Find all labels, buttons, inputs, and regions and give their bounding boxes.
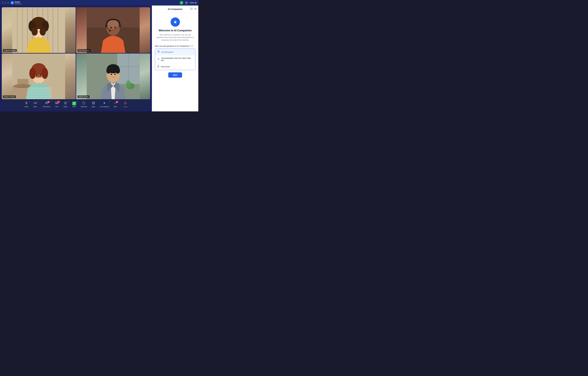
svg-point-55 (126, 81, 131, 88)
svg-point-73 (64, 102, 67, 104)
ai-panel-actions (190, 8, 197, 10)
option-all-from-join-label: All participants only from when they joi… (161, 57, 193, 61)
video-tile-rafael: Rafael Duarte (76, 53, 150, 99)
video-arrow: ▲ (37, 101, 39, 102)
ai-sparkle-icon (103, 101, 106, 105)
ai-logo (171, 17, 180, 27)
svg-point-17 (36, 28, 37, 30)
svg-rect-79 (94, 103, 95, 104)
option-all-from-join[interactable]: All participants only from when they joi… (155, 55, 195, 63)
participants-arrow: ▲ (50, 101, 52, 102)
svg-point-28 (109, 30, 111, 32)
ai-question-text: Who can ask questions to AI Companion? (155, 45, 190, 47)
ai-welcome-title: Welcome to AI Companion (159, 29, 192, 32)
video-area: Angelica Brooks (0, 6, 152, 111)
traffic-light-maximize[interactable] (7, 2, 9, 4)
leave-button[interactable]: Leave (121, 99, 130, 110)
react-label: React (64, 106, 67, 107)
info-icon[interactable]: i (191, 45, 193, 47)
participant-video-angelica (2, 7, 76, 53)
more-button[interactable]: 2 More (111, 99, 120, 110)
ai-panel-title: AI Companion (168, 8, 183, 10)
participant-name-sasha: Sasha Lehman (3, 95, 16, 98)
react-icon (64, 101, 67, 105)
title-bar: Zoom Workplace ✓ ✦ Views ⊞ (0, 0, 198, 6)
video-button[interactable]: ▲ Video (31, 99, 40, 110)
participants-button[interactable]: 3 ▲ Participants (41, 99, 53, 110)
start-button[interactable]: Start (168, 72, 182, 78)
audio-button[interactable]: ▲ Audio (22, 99, 31, 110)
all-participants-icon (157, 51, 160, 53)
permission-options-list: All participants All participants only f… (155, 49, 195, 70)
more-label: More (114, 106, 117, 107)
svg-point-80 (114, 103, 115, 103)
host-tools-label: Host tools (81, 106, 87, 107)
chat-label: Chat (55, 106, 58, 107)
svg-point-30 (114, 27, 116, 28)
ai-companion-button[interactable]: ▲ AI Companion (98, 99, 111, 110)
shield-host-icon (82, 101, 85, 105)
ai-panel-body: Welcome to AI Companion After starting A… (152, 13, 198, 111)
ai-panel-close-button[interactable] (194, 8, 197, 10)
host-tools-button[interactable]: Host tools (79, 99, 89, 110)
ai-companion-arrow: ▲ (109, 101, 110, 102)
main-content: Angelica Brooks (0, 6, 198, 111)
ai-question-label: Who can ask questions to AI Companion? i (155, 45, 195, 47)
svg-rect-77 (94, 102, 95, 103)
svg-point-87 (159, 51, 160, 51)
title-bar-right: ✓ ✦ Views ⊞ (180, 1, 197, 4)
video-label: Video (33, 106, 37, 107)
svg-point-68 (46, 102, 47, 103)
svg-point-59 (116, 68, 120, 74)
views-label: Views (190, 2, 194, 4)
ai-panel-popout-button[interactable] (190, 8, 192, 10)
all-from-join-icon (157, 58, 160, 61)
participants-icon: 3 (45, 101, 49, 105)
traffic-light-close[interactable] (2, 2, 3, 4)
chat-button[interactable]: 1 ▲ Chat (53, 99, 61, 110)
svg-point-90 (158, 67, 159, 67)
share-button[interactable]: ▲ Share (70, 99, 79, 110)
video-tile-rob: Rob Thompson (76, 7, 150, 53)
svg-point-81 (115, 103, 116, 103)
zoom-logo-icon (11, 1, 14, 4)
app-name: Zoom (15, 1, 22, 3)
svg-point-18 (40, 28, 42, 30)
participant-name-rob: Rob Thompson (77, 49, 91, 52)
svg-point-41 (36, 74, 38, 76)
react-arrow: ▲ (68, 101, 69, 102)
svg-point-29 (110, 27, 112, 28)
svg-point-61 (114, 74, 116, 75)
svg-rect-26 (119, 24, 121, 27)
traffic-light-minimize[interactable] (4, 2, 6, 4)
react-button[interactable]: ▲ React (61, 99, 70, 110)
option-only-hosts-label: Only hosts (161, 66, 170, 68)
share-icon (72, 102, 76, 105)
svg-rect-67 (34, 102, 36, 104)
security-shield-icon[interactable]: ✓ (180, 1, 183, 4)
option-only-hosts[interactable]: Only hosts (155, 63, 195, 70)
participants-label: Participants (43, 106, 50, 107)
audio-arrow: ▲ (29, 101, 30, 102)
only-hosts-icon (157, 65, 160, 68)
video-tile-sasha: Sasha Lehman (2, 53, 76, 99)
svg-rect-78 (92, 103, 93, 104)
svg-point-60 (111, 74, 112, 75)
svg-point-58 (107, 68, 111, 74)
svg-rect-76 (92, 102, 93, 103)
views-button[interactable]: Views ⊞ (190, 2, 197, 4)
sparkle-icon[interactable]: ✦ (185, 1, 188, 4)
chat-icon: 1 (55, 101, 59, 105)
svg-point-75 (66, 103, 66, 103)
svg-point-85 (175, 21, 176, 23)
svg-point-42 (40, 74, 41, 76)
traffic-lights (2, 2, 9, 4)
apps-button[interactable]: Apps (89, 99, 98, 110)
audio-label: Audio (24, 106, 28, 107)
ai-companion-panel: AI Companion (152, 6, 198, 111)
leave-icon (124, 101, 127, 105)
participant-video-rob (76, 7, 150, 53)
svg-rect-35 (17, 79, 29, 86)
option-all-participants[interactable]: All participants (155, 49, 195, 55)
ai-welcome-desc: After starting AI Companion, you can ask… (156, 33, 194, 41)
